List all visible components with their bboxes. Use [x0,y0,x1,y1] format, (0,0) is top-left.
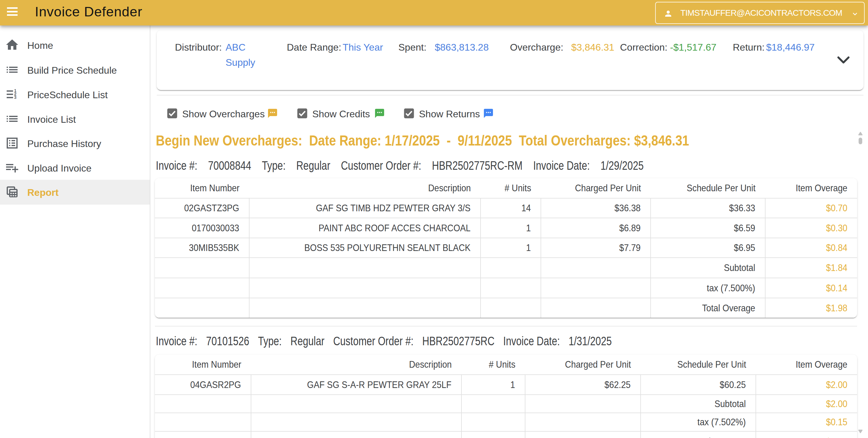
svg-text:3: 3 [14,95,17,100]
